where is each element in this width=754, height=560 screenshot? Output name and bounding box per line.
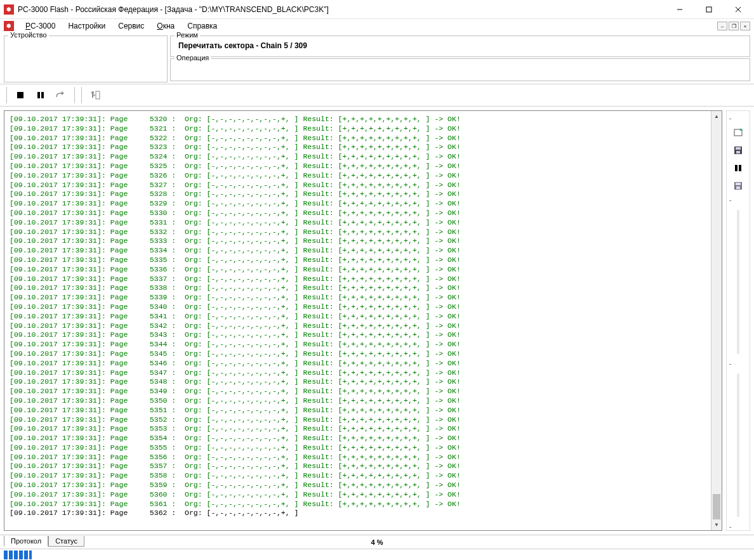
svg-rect-4: [17, 92, 23, 98]
side-slider[interactable]: [737, 210, 739, 354]
log-line: [09.10.2017 17:39:31]: Page 5335 : Org: …: [10, 256, 708, 265]
log-line: [09.10.2017 17:39:31]: Page 5329 : Org: …: [10, 199, 708, 209]
log-line: [09.10.2017 17:39:31]: Page 5323 : Org: …: [10, 143, 708, 152]
mdi-restore-button[interactable]: ❐: [729, 22, 739, 30]
maximize-button[interactable]: [694, 1, 724, 18]
log-line: [09.10.2017 17:39:31]: Page 5340 : Org: …: [10, 303, 708, 312]
log-line: [09.10.2017 17:39:31]: Page 5352 : Org: …: [10, 415, 708, 425]
log-line: [09.10.2017 17:39:31]: Page 5361 : Org: …: [10, 500, 708, 509]
log-line: [09.10.2017 17:39:31]: Page 5348 : Org: …: [10, 377, 708, 387]
log-line: [09.10.2017 17:39:31]: Page 5324 : Org: …: [10, 152, 708, 162]
log-line: [09.10.2017 17:39:31]: Page 5331 : Org: …: [10, 218, 708, 228]
log-scrollbar[interactable]: ▲ ▼: [711, 111, 722, 530]
app-icon: ✽: [4, 4, 14, 15]
operation-panel-label: Операция: [175, 54, 211, 62]
log-line: [09.10.2017 17:39:31]: Page 5351 : Org: …: [10, 406, 708, 415]
close-button[interactable]: [724, 1, 753, 18]
log-line: [09.10.2017 17:39:31]: Page 5345 : Org: …: [10, 349, 708, 359]
svg-rect-16: [739, 165, 741, 171]
log-line: [09.10.2017 17:39:31]: Page 5358 : Org: …: [10, 471, 708, 481]
log-line: [09.10.2017 17:39:31]: Page 5338 : Org: …: [10, 283, 708, 293]
window-controls: [665, 1, 753, 18]
log-line: [09.10.2017 17:39:31]: Page 5332 : Org: …: [10, 228, 708, 237]
log-line: [09.10.2017 17:39:31]: Page 5334 : Org: …: [10, 246, 708, 256]
tab-protocol[interactable]: Протокол: [4, 536, 48, 547]
scroll-down-button[interactable]: ▼: [711, 519, 722, 530]
save-alt-icon[interactable]: [731, 179, 745, 193]
menu-windows[interactable]: Окна: [150, 20, 181, 32]
log-line: [09.10.2017 17:39:31]: Page 5321 : Org: …: [10, 124, 708, 134]
log-line: [09.10.2017 17:39:31]: Page 5360 : Org: …: [10, 490, 708, 500]
menu-service[interactable]: Сервис: [112, 20, 150, 32]
log-line: [09.10.2017 17:39:31]: Page 5355 : Org: …: [10, 443, 708, 453]
svg-rect-1: [706, 7, 711, 12]
progress-bar: [4, 550, 74, 559]
exit-button[interactable]: [86, 86, 105, 104]
side-slider[interactable]: [737, 374, 739, 518]
info-panels: Устройство Режим Перечитать сектора - Ch…: [0, 33, 754, 84]
log-line: [09.10.2017 17:39:31]: Page 5359 : Org: …: [10, 481, 708, 490]
log-line: [09.10.2017 17:39:31]: Page 5339 : Org: …: [10, 293, 708, 303]
toolbar-separator: [6, 87, 7, 103]
log-line: [09.10.2017 17:39:31]: Page 5357 : Org: …: [10, 462, 708, 471]
mode-text: Перечитать сектора - Chain 5 / 309: [176, 40, 744, 50]
side-tick: -: [727, 197, 750, 204]
log-line: [09.10.2017 17:39:31]: Page 5344 : Org: …: [10, 340, 708, 349]
pause-side-icon[interactable]: [731, 161, 745, 175]
progress-percent: 4 %: [371, 538, 383, 546]
log-line: [09.10.2017 17:39:31]: Page 5337 : Org: …: [10, 275, 708, 284]
side-tick: -: [727, 523, 750, 530]
svg-rect-7: [96, 91, 100, 99]
toolbar: [0, 84, 754, 107]
scroll-up-button[interactable]: ▲: [711, 111, 722, 122]
window-title: PC-3000 Flash - Российская Федерация - […: [18, 5, 665, 14]
svg-rect-18: [736, 183, 741, 185]
log-line: [09.10.2017 17:39:31]: Page 5322 : Org: …: [10, 134, 708, 143]
log-line: [09.10.2017 17:39:31]: Page 5346 : Org: …: [10, 359, 708, 368]
menu-pc3000[interactable]: PC-3000: [19, 20, 62, 32]
svg-rect-15: [735, 165, 737, 171]
log-line: [09.10.2017 17:39:31]: Page 5320 : Org: …: [10, 115, 708, 124]
save-icon[interactable]: [731, 143, 745, 157]
log-line: [09.10.2017 17:39:31]: Page 5354 : Org: …: [10, 434, 708, 443]
mode-panel-label: Режим: [175, 31, 200, 39]
menu-help[interactable]: Справка: [181, 20, 223, 32]
export-icon[interactable]: [731, 126, 745, 140]
log-line: [09.10.2017 17:39:31]: Page 5353 : Org: …: [10, 424, 708, 434]
mode-panel: Режим Перечитать сектора - Chain 5 / 309: [170, 36, 750, 57]
step-button[interactable]: [51, 86, 70, 104]
stop-button[interactable]: [11, 86, 30, 104]
log-line: [09.10.2017 17:39:31]: Page 5325 : Org: …: [10, 162, 708, 171]
svg-rect-6: [41, 92, 44, 98]
titlebar: ✽ PC-3000 Flash - Российская Федерация -…: [0, 0, 754, 19]
svg-rect-13: [736, 147, 741, 150]
log-line: [09.10.2017 17:39:31]: Page 5350 : Org: …: [10, 396, 708, 406]
toolbar-separator: [74, 87, 75, 103]
mdi-close-button[interactable]: ×: [740, 22, 750, 30]
mdi-minimize-button[interactable]: –: [717, 22, 727, 30]
log-line: [09.10.2017 17:39:31]: Page 5333 : Org: …: [10, 237, 708, 246]
side-tick: -: [727, 115, 750, 122]
scroll-thumb[interactable]: [713, 494, 720, 519]
log-line: [09.10.2017 17:39:31]: Page 5328 : Org: …: [10, 190, 708, 199]
operation-panel: Операция: [170, 58, 750, 81]
menu-settings[interactable]: Настройки: [62, 20, 112, 32]
log-body[interactable]: [09.10.2017 17:39:31]: Page 5320 : Org: …: [4, 111, 711, 530]
log-line: [09.10.2017 17:39:31]: Page 5326 : Org: …: [10, 171, 708, 181]
log-area: [09.10.2017 17:39:31]: Page 5320 : Org: …: [4, 110, 722, 531]
bottom-tabs: Протокол Статус 4 %: [0, 535, 754, 549]
minimize-button[interactable]: [665, 1, 694, 18]
tab-status[interactable]: Статус: [48, 536, 84, 547]
log-line: [09.10.2017 17:39:31]: Page 5327 : Org: …: [10, 181, 708, 190]
log-line: [09.10.2017 17:39:31]: Page 5330 : Org: …: [10, 209, 708, 218]
svg-point-8: [91, 91, 94, 94]
log-line: [09.10.2017 17:39:31]: Page 5343 : Org: …: [10, 330, 708, 340]
pause-button[interactable]: [31, 86, 50, 104]
log-line: [09.10.2017 17:39:31]: Page 5356 : Org: …: [10, 453, 708, 462]
app-menu-icon: ✽: [4, 21, 14, 31]
side-tick: -: [727, 360, 750, 367]
scroll-track[interactable]: [711, 122, 722, 519]
device-panel: Устройство: [4, 36, 168, 82]
log-line: [09.10.2017 17:39:31]: Page 5347 : Org: …: [10, 368, 708, 378]
log-line: [09.10.2017 17:39:31]: Page 5349 : Org: …: [10, 387, 708, 396]
